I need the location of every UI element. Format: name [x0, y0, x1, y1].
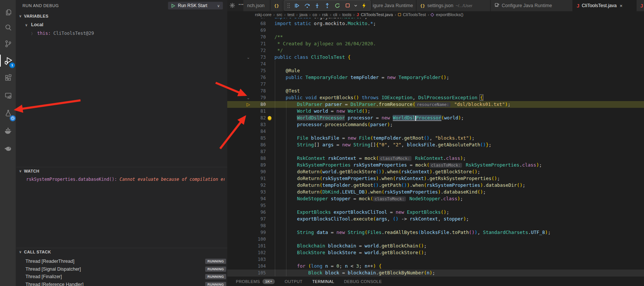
- code-line-69[interactable]: 69: [227, 27, 644, 34]
- line-number[interactable]: 76: [227, 74, 266, 81]
- code-line-85[interactable]: 85 File blocksFile = new File(tempFolder…: [227, 135, 644, 142]
- close-icon[interactable]: ×: [620, 3, 623, 9]
- code-editor[interactable]: 67import static org.junit.Assert.*;68imp…: [227, 18, 644, 276]
- chevron-down-icon[interactable]: ∨: [217, 4, 220, 8]
- call-stack-thread-row[interactable]: Thread [Finalizer]RUNNING: [16, 273, 227, 281]
- run-and-debug-icon[interactable]: 1: [0, 52, 16, 69]
- code-line-93[interactable]: 93 doReturn(DbKind.LEVEL_DB).when(rskSys…: [227, 189, 644, 195]
- watch-expression-row[interactable]: rskSystemProperties.databaseKind(): Cann…: [26, 176, 225, 182]
- line-number[interactable]: 92: [227, 182, 266, 189]
- step-over-icon[interactable]: [303, 1, 312, 10]
- fold-chevron-icon[interactable]: ⌄: [245, 94, 251, 101]
- docker-icon[interactable]: [0, 122, 16, 139]
- line-number[interactable]: 83: [227, 121, 266, 128]
- source-control-icon[interactable]: [0, 36, 16, 52]
- remote-explorer-icon[interactable]: [0, 87, 16, 104]
- line-number[interactable]: 102: [227, 249, 266, 256]
- code-line-75[interactable]: 75 @Rule: [227, 67, 644, 74]
- line-number[interactable]: 68: [227, 20, 266, 27]
- line-number[interactable]: 74: [227, 61, 266, 67]
- line-number[interactable]: 69: [227, 27, 266, 34]
- code-line-99[interactable]: 99 String data = new String(Files.readAl…: [227, 229, 644, 236]
- call-stack-thread-row[interactable]: Thread [ReaderThread]RUNNING: [16, 258, 227, 265]
- more-actions-icon[interactable]: ···: [239, 1, 244, 7]
- breadcrumb-class[interactable]: CliToolsTest: [403, 12, 426, 17]
- lightbulb-icon[interactable]: [268, 116, 271, 120]
- line-number[interactable]: 87: [227, 148, 266, 155]
- watch-section-header[interactable]: ∨ WATCH: [19, 169, 39, 173]
- line-number[interactable]: 75: [227, 67, 266, 74]
- code-line-83[interactable]: 83 processor.processCommands(parser);: [227, 121, 644, 128]
- code-line-78[interactable]: 78 @Test: [227, 88, 644, 94]
- code-line-104[interactable]: 104 for (long n = 0; n < 3; n++) {: [227, 263, 644, 270]
- code-line-90[interactable]: 90 doReturn(world.getBlockStore()).when(…: [227, 168, 644, 175]
- line-number[interactable]: 99: [227, 229, 266, 236]
- code-line-73[interactable]: 73⌄public class CliToolsTest {: [227, 54, 644, 61]
- breadcrumb-segment[interactable]: co: [313, 12, 317, 17]
- line-number[interactable]: 95: [227, 202, 266, 209]
- breadcrumb-segment[interactable]: rskj-core: [255, 12, 271, 17]
- code-line-71[interactable]: 71 * Created by ajlopez on 26/04/2020.: [227, 40, 644, 47]
- line-number[interactable]: 77: [227, 81, 266, 88]
- breadcrumb-segment[interactable]: cli: [333, 12, 337, 17]
- gear-icon[interactable]: [230, 3, 235, 10]
- line-number[interactable]: 103: [227, 256, 266, 263]
- variables-section-header[interactable]: ∨ VARIABLES: [19, 14, 48, 18]
- tab-clitoolstest-java[interactable]: JCliToolsTest.java×: [573, 0, 637, 11]
- line-number[interactable]: 78: [227, 88, 266, 94]
- breadcrumb-file[interactable]: CliToolsTest.java: [361, 12, 393, 17]
- tab-next-java-sliver[interactable]: J: [637, 0, 644, 11]
- run-config-button[interactable]: Run RSK Start ∨: [168, 1, 223, 10]
- line-number[interactable]: 86: [227, 142, 266, 148]
- call-stack-section-header[interactable]: ∨ CALL STACK: [19, 250, 51, 254]
- line-number[interactable]: 85: [227, 135, 266, 142]
- gradle-icon[interactable]: [0, 140, 16, 156]
- line-number[interactable]: 89: [227, 162, 266, 168]
- line-number[interactable]: 90: [227, 168, 266, 175]
- line-number[interactable]: 93: [227, 189, 266, 195]
- breadcrumb-segment[interactable]: tools: [342, 12, 351, 17]
- code-line-92[interactable]: 92 doReturn(tempFolder.getRoot().getPath…: [227, 182, 644, 189]
- code-line-95[interactable]: 95: [227, 202, 644, 209]
- continue-icon[interactable]: [292, 1, 301, 10]
- code-line-76[interactable]: 76 public TemporaryFolder tempFolder = n…: [227, 74, 644, 81]
- tab-configure-java-runtime[interactable]: Configure Java Runtime: [490, 0, 573, 11]
- code-line-72[interactable]: 72 */: [227, 47, 644, 54]
- code-line-89[interactable]: 89 RskSystemProperties rskSystemProperti…: [227, 162, 644, 168]
- code-line-74[interactable]: 74: [227, 61, 644, 67]
- code-line-105[interactable]: 105 Block block = blockchain.getBlockByN…: [227, 270, 644, 276]
- line-number[interactable]: 84: [227, 128, 266, 135]
- line-number[interactable]: 82: [227, 115, 266, 121]
- explorer-icon[interactable]: [0, 4, 16, 21]
- line-number[interactable]: 81: [227, 108, 266, 115]
- breadcrumb-method[interactable]: exportBlocks(): [436, 12, 464, 17]
- stop-icon[interactable]: [343, 1, 352, 10]
- call-stack-thread-row[interactable]: Thread [Reference Handler]RUNNING: [16, 281, 227, 286]
- step-into-icon[interactable]: [313, 1, 322, 10]
- tab-launch-json[interactable]: nch.json: [243, 0, 270, 11]
- panel-tab-debug-console[interactable]: DEBUG CONSOLE: [344, 279, 382, 284]
- breadcrumb-segment[interactable]: src: [277, 12, 282, 17]
- line-number[interactable]: 96: [227, 209, 266, 216]
- code-line-101[interactable]: 101 Blockchain blockchain = world.getBlo…: [227, 243, 644, 249]
- panel-tab-terminal[interactable]: TERMINAL: [312, 279, 334, 284]
- code-line-91[interactable]: 91 doReturn(rskSystemProperties).when(rs…: [227, 175, 644, 182]
- testing-icon[interactable]: [0, 105, 16, 121]
- call-stack-thread-row[interactable]: Thread [Signal Dispatcher]RUNNING: [16, 265, 227, 273]
- line-number[interactable]: 100: [227, 236, 266, 243]
- code-line-88[interactable]: 88 RskContext rskContext = mock(classToM…: [227, 155, 644, 162]
- line-number[interactable]: 97: [227, 216, 266, 222]
- code-line-86[interactable]: 86 String[] args = new String[]{"0", "2"…: [227, 142, 644, 148]
- code-line-100[interactable]: 100: [227, 236, 644, 243]
- code-line-77[interactable]: 77: [227, 81, 644, 88]
- code-line-96[interactable]: 96 ExportBlocks exportBlocksCliTool = ne…: [227, 209, 644, 216]
- stop-dropdown-icon[interactable]: [353, 1, 358, 10]
- line-number[interactable]: 72: [227, 47, 266, 54]
- fold-chevron-icon[interactable]: ⌄: [245, 54, 251, 61]
- step-out-icon[interactable]: [323, 1, 332, 10]
- code-line-80[interactable]: 80▷ DslParser parser = DslParser.fromRes…: [227, 101, 644, 108]
- line-number[interactable]: 101: [227, 243, 266, 249]
- code-line-81[interactable]: 81 World world = new World();: [227, 108, 644, 115]
- code-line-102[interactable]: 102 BlockStore blockStore = world.getBlo…: [227, 249, 644, 256]
- line-number[interactable]: 91: [227, 175, 266, 182]
